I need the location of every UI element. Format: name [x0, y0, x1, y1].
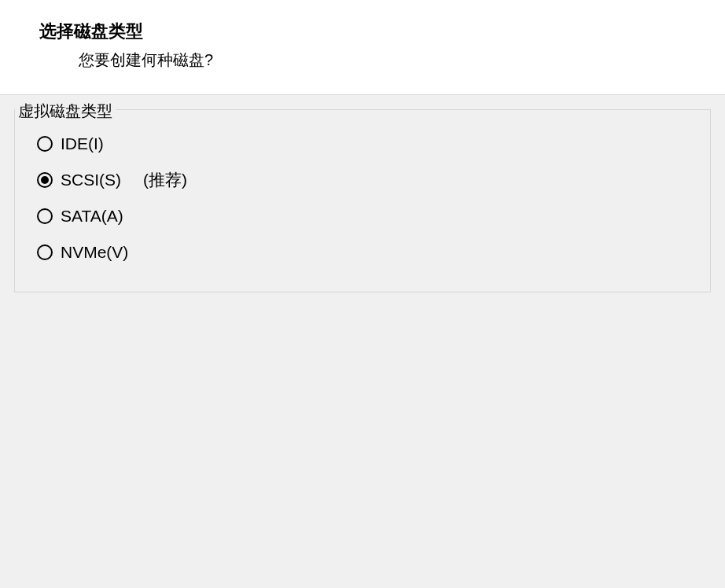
radio-option-nvme[interactable]: NVMe(V)	[37, 237, 694, 268]
wizard-header: 选择磁盘类型 您要创建何种磁盘?	[0, 0, 725, 95]
page-title: 选择磁盘类型	[39, 20, 725, 43]
fieldset-legend: 虚拟磁盘类型	[15, 101, 116, 122]
radio-icon	[37, 172, 53, 188]
radio-label: SATA(A)	[61, 207, 123, 226]
page-subtitle: 您要创建何种磁盘?	[79, 50, 725, 71]
radio-icon	[37, 208, 53, 224]
disk-type-radio-group: IDE(I) SCSI(S) (推荐) SATA(A) NVMe(V)	[31, 128, 694, 268]
radio-label: IDE(I)	[61, 134, 104, 153]
radio-hint: (推荐)	[143, 169, 187, 191]
wizard-content: 虚拟磁盘类型 IDE(I) SCSI(S) (推荐) SATA(A) NVMe(…	[0, 95, 725, 307]
radio-icon	[37, 136, 53, 152]
radio-option-sata[interactable]: SATA(A)	[37, 200, 694, 232]
radio-label: NVMe(V)	[61, 243, 128, 262]
radio-option-scsi[interactable]: SCSI(S) (推荐)	[37, 164, 694, 196]
radio-label: SCSI(S)	[61, 171, 121, 189]
radio-icon	[37, 244, 53, 260]
radio-option-ide[interactable]: IDE(I)	[37, 128, 694, 160]
disk-type-fieldset: 虚拟磁盘类型 IDE(I) SCSI(S) (推荐) SATA(A) NVMe(…	[14, 109, 711, 292]
